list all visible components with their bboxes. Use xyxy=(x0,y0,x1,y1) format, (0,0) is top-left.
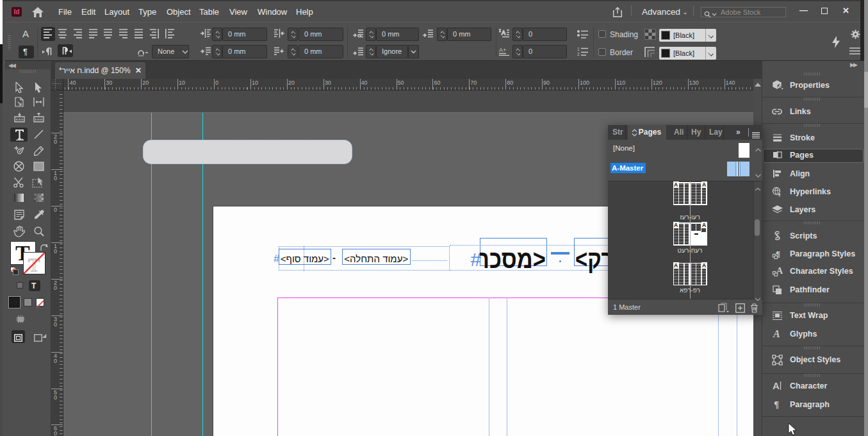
svg-text:¶: ¶ xyxy=(774,399,779,410)
svg-text:A: A xyxy=(773,380,780,391)
svg-text:1: 1 xyxy=(577,47,580,51)
svg-text:2: 2 xyxy=(577,52,580,56)
svg-text:A: A xyxy=(773,328,780,339)
svg-text:A: A xyxy=(502,29,505,36)
svg-text:A+: A+ xyxy=(499,47,506,53)
